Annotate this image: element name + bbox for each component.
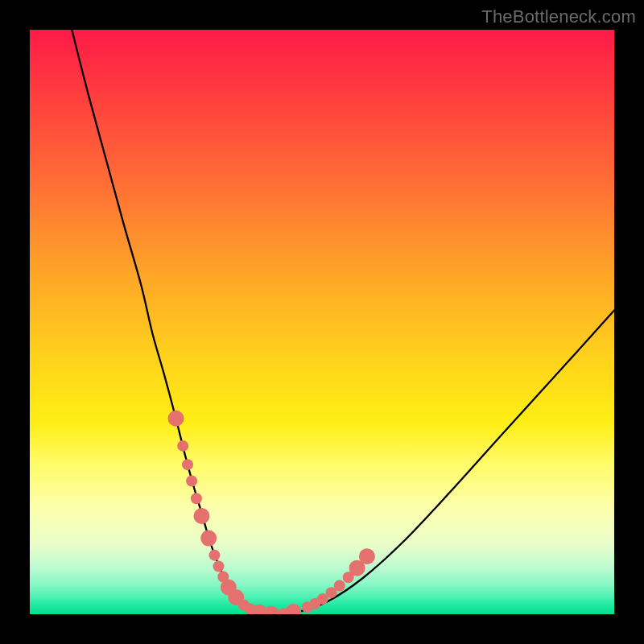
marker-dot [213,560,225,572]
plot-area [30,30,614,614]
marker-dot [177,440,188,452]
marker-dot [182,459,193,470]
marker-dot [168,411,184,427]
marker-dot [191,493,202,504]
marker-dot [359,548,375,564]
curve-line [72,30,614,614]
marker-dot [200,530,217,547]
marker-dot [186,475,197,486]
chart-svg [30,30,614,614]
marker-dot [285,604,301,614]
marker-dot [208,550,220,561]
marker-dot [334,580,345,591]
marker-dot [263,606,279,614]
watermark-text: TheBottleneck.com [481,6,636,27]
chart-frame: TheBottleneck.com [0,0,644,644]
marker-group [168,411,375,614]
marker-dot [193,508,209,524]
